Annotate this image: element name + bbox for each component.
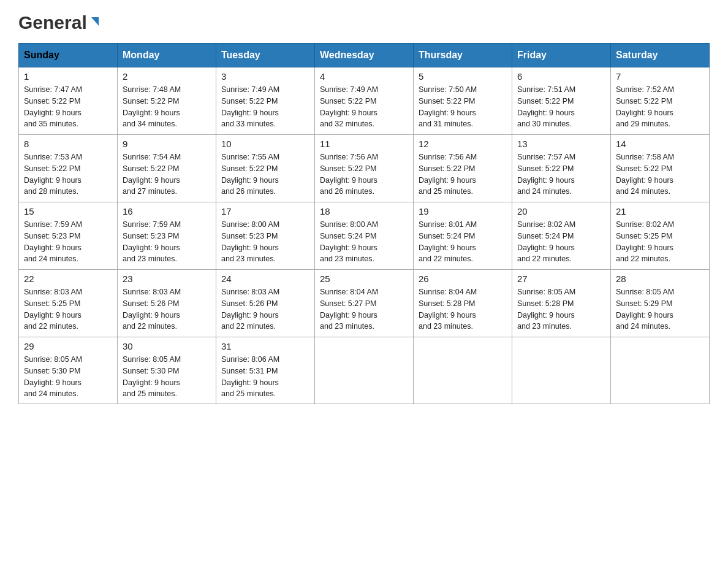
calendar-week-row: 8 Sunrise: 7:53 AM Sunset: 5:22 PM Dayli…	[19, 135, 710, 202]
calendar-cell: 28 Sunrise: 8:05 AM Sunset: 5:29 PM Dayl…	[611, 270, 710, 337]
calendar-cell: 20 Sunrise: 8:02 AM Sunset: 5:24 PM Dayl…	[512, 202, 611, 270]
calendar-cell	[611, 337, 710, 404]
day-info: Sunrise: 7:56 AM Sunset: 5:22 PM Dayligh…	[320, 151, 408, 197]
day-number: 13	[517, 139, 605, 149]
day-number: 26	[419, 274, 507, 284]
day-info: Sunrise: 7:50 AM Sunset: 5:22 PM Dayligh…	[419, 84, 507, 130]
col-header-monday: Monday	[118, 44, 216, 67]
day-number: 23	[123, 274, 211, 284]
col-header-wednesday: Wednesday	[315, 44, 414, 67]
day-number: 6	[517, 71, 605, 82]
calendar-cell: 14 Sunrise: 7:58 AM Sunset: 5:22 PM Dayl…	[611, 135, 710, 202]
day-info: Sunrise: 7:56 AM Sunset: 5:22 PM Dayligh…	[419, 151, 507, 197]
day-info: Sunrise: 8:05 AM Sunset: 5:30 PM Dayligh…	[24, 354, 112, 400]
day-number: 25	[320, 274, 408, 284]
day-info: Sunrise: 7:59 AM Sunset: 5:23 PM Dayligh…	[123, 219, 211, 265]
day-info: Sunrise: 8:00 AM Sunset: 5:24 PM Dayligh…	[320, 219, 408, 265]
calendar-cell: 1 Sunrise: 7:47 AM Sunset: 5:22 PM Dayli…	[19, 67, 118, 135]
day-number: 19	[419, 206, 507, 216]
calendar-cell: 22 Sunrise: 8:03 AM Sunset: 5:25 PM Dayl…	[19, 270, 118, 337]
day-info: Sunrise: 7:54 AM Sunset: 5:22 PM Dayligh…	[123, 151, 211, 197]
calendar-cell: 15 Sunrise: 7:59 AM Sunset: 5:23 PM Dayl…	[19, 202, 118, 270]
calendar-cell: 12 Sunrise: 7:56 AM Sunset: 5:22 PM Dayl…	[414, 135, 512, 202]
day-number: 9	[123, 139, 211, 149]
day-info: Sunrise: 8:01 AM Sunset: 5:24 PM Dayligh…	[419, 219, 507, 265]
day-info: Sunrise: 7:58 AM Sunset: 5:22 PM Dayligh…	[616, 151, 704, 197]
day-info: Sunrise: 7:47 AM Sunset: 5:22 PM Dayligh…	[24, 84, 112, 130]
calendar-cell: 3 Sunrise: 7:49 AM Sunset: 5:22 PM Dayli…	[216, 67, 315, 135]
svg-marker-0	[91, 17, 99, 26]
day-number: 14	[616, 139, 704, 149]
calendar-cell: 30 Sunrise: 8:05 AM Sunset: 5:30 PM Dayl…	[118, 337, 216, 404]
day-number: 3	[221, 71, 309, 82]
day-number: 4	[320, 71, 408, 82]
calendar-cell: 27 Sunrise: 8:05 AM Sunset: 5:28 PM Dayl…	[512, 270, 611, 337]
calendar-cell: 21 Sunrise: 8:02 AM Sunset: 5:25 PM Dayl…	[611, 202, 710, 270]
calendar-cell: 7 Sunrise: 7:52 AM Sunset: 5:22 PM Dayli…	[611, 67, 710, 135]
day-number: 10	[221, 139, 309, 149]
col-header-sunday: Sunday	[19, 44, 118, 67]
day-number: 15	[24, 206, 112, 216]
day-number: 8	[24, 139, 112, 149]
logo-triangle-icon	[88, 15, 102, 28]
day-info: Sunrise: 8:05 AM Sunset: 5:30 PM Dayligh…	[123, 354, 211, 400]
calendar-cell: 13 Sunrise: 7:57 AM Sunset: 5:22 PM Dayl…	[512, 135, 611, 202]
calendar-cell: 9 Sunrise: 7:54 AM Sunset: 5:22 PM Dayli…	[118, 135, 216, 202]
calendar-cell: 2 Sunrise: 7:48 AM Sunset: 5:22 PM Dayli…	[118, 67, 216, 135]
day-number: 20	[517, 206, 605, 216]
day-info: Sunrise: 8:03 AM Sunset: 5:26 PM Dayligh…	[221, 286, 309, 332]
calendar-cell: 10 Sunrise: 7:55 AM Sunset: 5:22 PM Dayl…	[216, 135, 315, 202]
calendar-cell: 6 Sunrise: 7:51 AM Sunset: 5:22 PM Dayli…	[512, 67, 611, 135]
day-number: 5	[419, 71, 507, 82]
calendar-week-row: 22 Sunrise: 8:03 AM Sunset: 5:25 PM Dayl…	[19, 270, 710, 337]
calendar-cell: 11 Sunrise: 7:56 AM Sunset: 5:22 PM Dayl…	[315, 135, 414, 202]
day-number: 12	[419, 139, 507, 149]
col-header-thursday: Thursday	[414, 44, 512, 67]
day-info: Sunrise: 7:48 AM Sunset: 5:22 PM Dayligh…	[123, 84, 211, 130]
day-number: 30	[123, 341, 211, 351]
calendar-table: SundayMondayTuesdayWednesdayThursdayFrid…	[18, 43, 710, 404]
calendar-cell: 18 Sunrise: 8:00 AM Sunset: 5:24 PM Dayl…	[315, 202, 414, 270]
day-info: Sunrise: 7:51 AM Sunset: 5:22 PM Dayligh…	[517, 84, 605, 130]
col-header-tuesday: Tuesday	[216, 44, 315, 67]
day-info: Sunrise: 7:53 AM Sunset: 5:22 PM Dayligh…	[24, 151, 112, 197]
day-info: Sunrise: 8:04 AM Sunset: 5:28 PM Dayligh…	[419, 286, 507, 332]
calendar-cell: 23 Sunrise: 8:03 AM Sunset: 5:26 PM Dayl…	[118, 270, 216, 337]
calendar-cell: 25 Sunrise: 8:04 AM Sunset: 5:27 PM Dayl…	[315, 270, 414, 337]
col-header-saturday: Saturday	[611, 44, 710, 67]
day-number: 17	[221, 206, 309, 216]
calendar-cell: 29 Sunrise: 8:05 AM Sunset: 5:30 PM Dayl…	[19, 337, 118, 404]
day-info: Sunrise: 8:04 AM Sunset: 5:27 PM Dayligh…	[320, 286, 408, 332]
calendar-cell: 16 Sunrise: 7:59 AM Sunset: 5:23 PM Dayl…	[118, 202, 216, 270]
calendar-cell: 8 Sunrise: 7:53 AM Sunset: 5:22 PM Dayli…	[19, 135, 118, 202]
calendar-cell: 19 Sunrise: 8:01 AM Sunset: 5:24 PM Dayl…	[414, 202, 512, 270]
calendar-cell: 24 Sunrise: 8:03 AM Sunset: 5:26 PM Dayl…	[216, 270, 315, 337]
day-number: 2	[123, 71, 211, 82]
day-number: 21	[616, 206, 704, 216]
logo: General	[18, 12, 102, 31]
day-info: Sunrise: 7:49 AM Sunset: 5:22 PM Dayligh…	[320, 84, 408, 130]
calendar-week-row: 29 Sunrise: 8:05 AM Sunset: 5:30 PM Dayl…	[19, 337, 710, 404]
day-number: 11	[320, 139, 408, 149]
calendar-week-row: 1 Sunrise: 7:47 AM Sunset: 5:22 PM Dayli…	[19, 67, 710, 135]
day-info: Sunrise: 7:59 AM Sunset: 5:23 PM Dayligh…	[24, 219, 112, 265]
day-number: 7	[616, 71, 704, 82]
day-number: 18	[320, 206, 408, 216]
logo-general: General	[18, 12, 87, 33]
day-info: Sunrise: 8:05 AM Sunset: 5:29 PM Dayligh…	[616, 286, 704, 332]
day-info: Sunrise: 7:55 AM Sunset: 5:22 PM Dayligh…	[221, 151, 309, 197]
day-number: 27	[517, 274, 605, 284]
day-number: 24	[221, 274, 309, 284]
day-info: Sunrise: 8:02 AM Sunset: 5:25 PM Dayligh…	[616, 219, 704, 265]
day-info: Sunrise: 8:06 AM Sunset: 5:31 PM Dayligh…	[221, 354, 309, 400]
calendar-cell: 17 Sunrise: 8:00 AM Sunset: 5:23 PM Dayl…	[216, 202, 315, 270]
day-info: Sunrise: 8:00 AM Sunset: 5:23 PM Dayligh…	[221, 219, 309, 265]
calendar-cell	[512, 337, 611, 404]
day-info: Sunrise: 8:02 AM Sunset: 5:24 PM Dayligh…	[517, 219, 605, 265]
day-number: 29	[24, 341, 112, 351]
day-info: Sunrise: 8:03 AM Sunset: 5:26 PM Dayligh…	[123, 286, 211, 332]
day-info: Sunrise: 8:03 AM Sunset: 5:25 PM Dayligh…	[24, 286, 112, 332]
calendar-week-row: 15 Sunrise: 7:59 AM Sunset: 5:23 PM Dayl…	[19, 202, 710, 270]
calendar-cell: 4 Sunrise: 7:49 AM Sunset: 5:22 PM Dayli…	[315, 67, 414, 135]
day-number: 28	[616, 274, 704, 284]
